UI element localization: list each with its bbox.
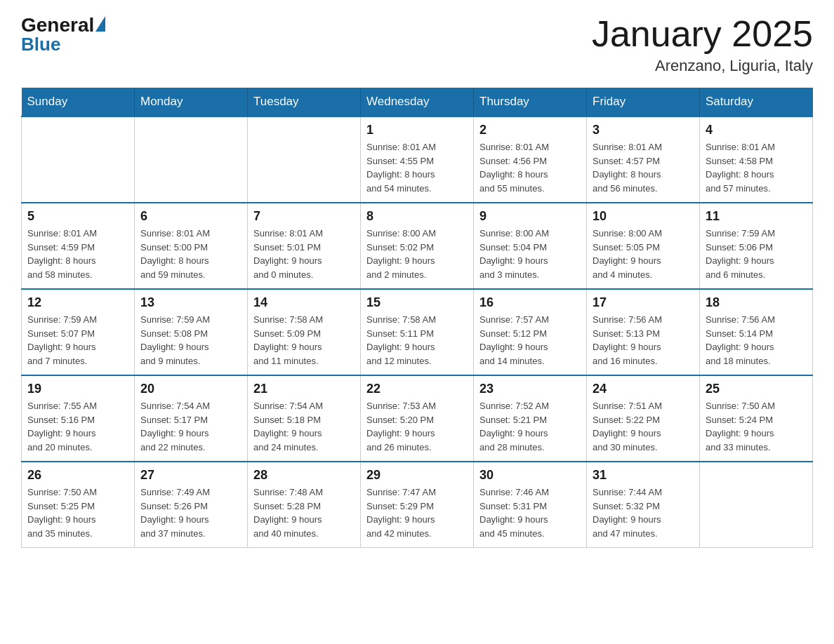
day-header-friday: Friday bbox=[587, 88, 700, 116]
calendar-cell: 24Sunrise: 7:51 AM Sunset: 5:22 PM Dayli… bbox=[587, 375, 700, 462]
day-number: 3 bbox=[593, 123, 694, 137]
calendar-cell: 17Sunrise: 7:56 AM Sunset: 5:13 PM Dayli… bbox=[587, 289, 700, 375]
calendar-cell: 3Sunrise: 8:01 AM Sunset: 4:57 PM Daylig… bbox=[587, 116, 700, 203]
day-info: Sunrise: 7:56 AM Sunset: 5:13 PM Dayligh… bbox=[593, 313, 694, 368]
calendar-cell: 7Sunrise: 8:01 AM Sunset: 5:01 PM Daylig… bbox=[248, 203, 361, 289]
days-of-week-row: SundayMondayTuesdayWednesdayThursdayFrid… bbox=[22, 88, 813, 116]
day-number: 28 bbox=[253, 468, 355, 483]
day-number: 25 bbox=[706, 382, 807, 396]
day-info: Sunrise: 7:58 AM Sunset: 5:11 PM Dayligh… bbox=[366, 313, 468, 368]
day-header-thursday: Thursday bbox=[474, 88, 587, 116]
day-number: 29 bbox=[366, 468, 468, 483]
day-info: Sunrise: 7:54 AM Sunset: 5:17 PM Dayligh… bbox=[140, 399, 241, 454]
day-info: Sunrise: 7:53 AM Sunset: 5:20 PM Dayligh… bbox=[366, 399, 468, 454]
day-number: 2 bbox=[479, 123, 581, 137]
calendar-cell: 2Sunrise: 8:01 AM Sunset: 4:56 PM Daylig… bbox=[474, 116, 587, 203]
day-number: 14 bbox=[253, 295, 355, 310]
day-header-sunday: Sunday bbox=[22, 88, 135, 116]
day-header-monday: Monday bbox=[135, 88, 248, 116]
calendar-header: SundayMondayTuesdayWednesdayThursdayFrid… bbox=[22, 88, 813, 116]
day-number: 11 bbox=[706, 209, 807, 224]
calendar-week-row: 12Sunrise: 7:59 AM Sunset: 5:07 PM Dayli… bbox=[22, 289, 813, 375]
calendar-week-row: 5Sunrise: 8:01 AM Sunset: 4:59 PM Daylig… bbox=[22, 203, 813, 289]
calendar-cell: 12Sunrise: 7:59 AM Sunset: 5:07 PM Dayli… bbox=[22, 289, 135, 375]
day-info: Sunrise: 8:01 AM Sunset: 4:57 PM Dayligh… bbox=[593, 140, 694, 195]
day-info: Sunrise: 8:01 AM Sunset: 4:55 PM Dayligh… bbox=[366, 140, 468, 195]
day-number: 27 bbox=[140, 468, 241, 483]
day-number: 19 bbox=[27, 382, 128, 396]
day-number: 1 bbox=[366, 123, 468, 137]
day-info: Sunrise: 7:55 AM Sunset: 5:16 PM Dayligh… bbox=[27, 399, 128, 454]
calendar-cell: 11Sunrise: 7:59 AM Sunset: 5:06 PM Dayli… bbox=[700, 203, 813, 289]
calendar-cell: 18Sunrise: 7:56 AM Sunset: 5:14 PM Dayli… bbox=[700, 289, 813, 375]
calendar-cell: 26Sunrise: 7:50 AM Sunset: 5:25 PM Dayli… bbox=[22, 462, 135, 548]
calendar-cell: 28Sunrise: 7:48 AM Sunset: 5:28 PM Dayli… bbox=[248, 462, 361, 548]
day-number: 8 bbox=[366, 209, 468, 224]
calendar-cell: 14Sunrise: 7:58 AM Sunset: 5:09 PM Dayli… bbox=[248, 289, 361, 375]
calendar-cell: 22Sunrise: 7:53 AM Sunset: 5:20 PM Dayli… bbox=[361, 375, 474, 462]
day-number: 31 bbox=[593, 468, 694, 483]
calendar-cell: 5Sunrise: 8:01 AM Sunset: 4:59 PM Daylig… bbox=[22, 203, 135, 289]
day-number: 23 bbox=[479, 382, 581, 396]
calendar-table: SundayMondayTuesdayWednesdayThursdayFrid… bbox=[21, 88, 813, 548]
day-info: Sunrise: 7:46 AM Sunset: 5:31 PM Dayligh… bbox=[479, 485, 581, 540]
day-info: Sunrise: 8:01 AM Sunset: 4:59 PM Dayligh… bbox=[27, 227, 128, 281]
day-number: 30 bbox=[479, 468, 581, 483]
logo: General Blue bbox=[21, 14, 105, 55]
day-info: Sunrise: 8:00 AM Sunset: 5:02 PM Dayligh… bbox=[366, 227, 468, 281]
day-info: Sunrise: 7:50 AM Sunset: 5:24 PM Dayligh… bbox=[706, 399, 807, 454]
calendar-cell: 6Sunrise: 8:01 AM Sunset: 5:00 PM Daylig… bbox=[135, 203, 248, 289]
day-info: Sunrise: 7:56 AM Sunset: 5:14 PM Dayligh… bbox=[706, 313, 807, 368]
day-number: 17 bbox=[593, 295, 694, 310]
calendar-cell: 31Sunrise: 7:44 AM Sunset: 5:32 PM Dayli… bbox=[587, 462, 700, 548]
day-number: 5 bbox=[27, 209, 128, 224]
day-number: 18 bbox=[706, 295, 807, 310]
calendar-cell bbox=[135, 116, 248, 203]
calendar-cell: 19Sunrise: 7:55 AM Sunset: 5:16 PM Dayli… bbox=[22, 375, 135, 462]
day-number: 21 bbox=[253, 382, 355, 396]
day-info: Sunrise: 8:01 AM Sunset: 5:00 PM Dayligh… bbox=[140, 227, 241, 281]
day-number: 16 bbox=[479, 295, 581, 310]
logo-blue-text: Blue bbox=[21, 34, 60, 55]
title-section: January 2025 Arenzano, Liguria, Italy bbox=[592, 14, 813, 75]
day-info: Sunrise: 8:01 AM Sunset: 5:01 PM Dayligh… bbox=[253, 227, 355, 281]
calendar-cell: 29Sunrise: 7:47 AM Sunset: 5:29 PM Dayli… bbox=[361, 462, 474, 548]
calendar-week-row: 1Sunrise: 8:01 AM Sunset: 4:55 PM Daylig… bbox=[22, 116, 813, 203]
calendar-cell: 16Sunrise: 7:57 AM Sunset: 5:12 PM Dayli… bbox=[474, 289, 587, 375]
calendar-cell bbox=[248, 116, 361, 203]
day-info: Sunrise: 8:01 AM Sunset: 4:56 PM Dayligh… bbox=[479, 140, 581, 195]
calendar-cell: 23Sunrise: 7:52 AM Sunset: 5:21 PM Dayli… bbox=[474, 375, 587, 462]
page-header: General Blue January 2025 Arenzano, Ligu… bbox=[21, 14, 813, 75]
day-info: Sunrise: 7:59 AM Sunset: 5:08 PM Dayligh… bbox=[140, 313, 241, 368]
day-info: Sunrise: 7:51 AM Sunset: 5:22 PM Dayligh… bbox=[593, 399, 694, 454]
calendar-cell bbox=[22, 116, 135, 203]
day-number: 12 bbox=[27, 295, 128, 310]
day-number: 9 bbox=[479, 209, 581, 224]
day-number: 26 bbox=[27, 468, 128, 483]
calendar-cell: 10Sunrise: 8:00 AM Sunset: 5:05 PM Dayli… bbox=[587, 203, 700, 289]
calendar-title: January 2025 bbox=[592, 14, 813, 54]
day-number: 4 bbox=[706, 123, 807, 137]
calendar-week-row: 26Sunrise: 7:50 AM Sunset: 5:25 PM Dayli… bbox=[22, 462, 813, 548]
calendar-cell: 8Sunrise: 8:00 AM Sunset: 5:02 PM Daylig… bbox=[361, 203, 474, 289]
calendar-cell: 1Sunrise: 8:01 AM Sunset: 4:55 PM Daylig… bbox=[361, 116, 474, 203]
calendar-cell: 20Sunrise: 7:54 AM Sunset: 5:17 PM Dayli… bbox=[135, 375, 248, 462]
day-header-saturday: Saturday bbox=[700, 88, 813, 116]
calendar-cell: 30Sunrise: 7:46 AM Sunset: 5:31 PM Dayli… bbox=[474, 462, 587, 548]
calendar-body: 1Sunrise: 8:01 AM Sunset: 4:55 PM Daylig… bbox=[22, 116, 813, 548]
calendar-cell: 21Sunrise: 7:54 AM Sunset: 5:18 PM Dayli… bbox=[248, 375, 361, 462]
calendar-cell: 27Sunrise: 7:49 AM Sunset: 5:26 PM Dayli… bbox=[135, 462, 248, 548]
calendar-cell: 13Sunrise: 7:59 AM Sunset: 5:08 PM Dayli… bbox=[135, 289, 248, 375]
day-info: Sunrise: 7:59 AM Sunset: 5:07 PM Dayligh… bbox=[27, 313, 128, 368]
day-number: 20 bbox=[140, 382, 241, 396]
day-number: 13 bbox=[140, 295, 241, 310]
day-number: 7 bbox=[253, 209, 355, 224]
logo-triangle-icon bbox=[95, 16, 105, 32]
day-info: Sunrise: 7:48 AM Sunset: 5:28 PM Dayligh… bbox=[253, 485, 355, 540]
day-info: Sunrise: 7:49 AM Sunset: 5:26 PM Dayligh… bbox=[140, 485, 241, 540]
day-info: Sunrise: 7:47 AM Sunset: 5:29 PM Dayligh… bbox=[366, 485, 468, 540]
day-number: 6 bbox=[140, 209, 241, 224]
calendar-cell: 25Sunrise: 7:50 AM Sunset: 5:24 PM Dayli… bbox=[700, 375, 813, 462]
day-number: 10 bbox=[593, 209, 694, 224]
calendar-cell: 15Sunrise: 7:58 AM Sunset: 5:11 PM Dayli… bbox=[361, 289, 474, 375]
